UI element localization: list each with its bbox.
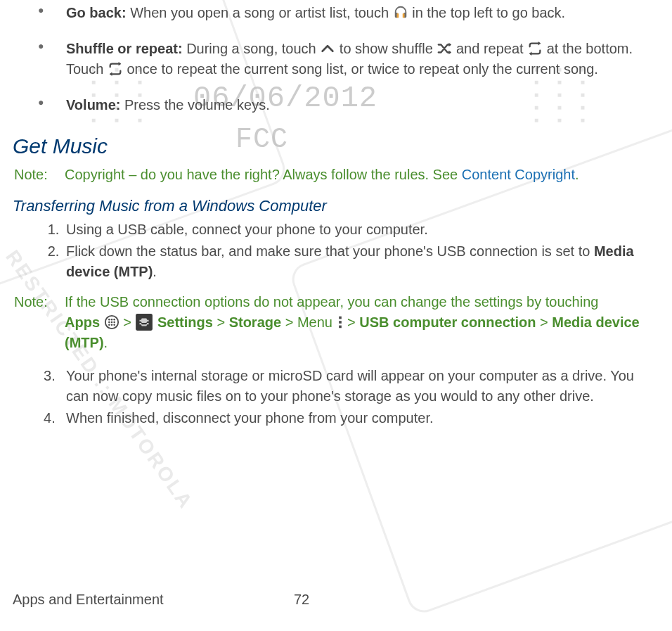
- path-usb: USB computer connection: [359, 314, 536, 330]
- step-2: Flick down the status bar, and make sure…: [63, 241, 659, 282]
- svg-rect-15: [339, 326, 342, 329]
- svg-point-3: [108, 319, 110, 321]
- tip-title: Go back:: [66, 5, 127, 20]
- svg-rect-14: [339, 321, 342, 324]
- path-storage: Storage: [229, 314, 281, 330]
- note-usb: Note: If the USB connection options do n…: [13, 292, 659, 353]
- text: .: [104, 335, 108, 350]
- svg-point-6: [108, 321, 110, 324]
- svg-point-7: [110, 321, 112, 324]
- text: Flick down the status bar, and make sure…: [66, 243, 594, 259]
- apps-circle-icon: [104, 314, 119, 330]
- footer-page-number: 72: [294, 589, 309, 610]
- svg-rect-1: [402, 13, 404, 18]
- footer-section: Apps and Entertainment: [13, 592, 164, 607]
- steps-list-b: Your phone's internal storage or microSD…: [13, 366, 659, 428]
- tip-go-back: Go back: When you open a song or artist …: [51, 3, 659, 23]
- text: Using a USB cable, connect your phone to…: [66, 222, 428, 237]
- text: Your phone's internal storage or microSD…: [66, 368, 634, 404]
- text: During a song, touch: [183, 41, 321, 56]
- headphones-icon: [393, 5, 408, 20]
- menu-dots-icon: [337, 314, 344, 330]
- text: > Menu: [281, 314, 336, 330]
- text: Copyright – do you have the right? Alway…: [65, 167, 462, 182]
- text: When you open a song or artist list, tou…: [127, 5, 393, 20]
- note-label: Note:: [13, 165, 56, 185]
- page-content: Go back: When you open a song or artist …: [0, 0, 672, 428]
- tip-shuffle-repeat: Shuffle or repeat: During a song, touch …: [51, 39, 659, 79]
- note-label: Note:: [13, 292, 56, 353]
- heading-transferring: Transferring Music from a Windows Comput…: [13, 195, 659, 217]
- tip-title: Shuffle or repeat:: [66, 41, 183, 56]
- sep: >: [344, 314, 360, 330]
- settings-tile-icon: [135, 313, 153, 331]
- text: once to repeat the current song list, or…: [123, 61, 598, 77]
- chevron-up-icon: [320, 41, 335, 56]
- note-body: Copyright – do you have the right? Alway…: [56, 165, 659, 185]
- text: in the top left to go back.: [408, 5, 565, 20]
- shuffle-icon: [437, 41, 452, 56]
- svg-point-5: [113, 319, 115, 321]
- svg-rect-0: [396, 13, 399, 18]
- note-body: If the USB connection options do not app…: [56, 292, 659, 353]
- steps-list-a: Using a USB cable, connect your phone to…: [13, 219, 659, 282]
- link-content-copyright[interactable]: Content Copyright: [462, 167, 575, 182]
- svg-point-8: [113, 321, 115, 324]
- text: When finished, disconnect your phone fro…: [66, 410, 434, 426]
- text: If the USB connection options do not app…: [65, 294, 598, 310]
- step-4: When finished, disconnect your phone fro…: [63, 408, 659, 428]
- path-apps: Apps: [65, 314, 100, 330]
- note-copyright: Note: Copyright – do you have the right?…: [13, 165, 659, 185]
- step-1: Using a USB cable, connect your phone to…: [63, 219, 659, 240]
- svg-point-9: [108, 324, 110, 326]
- heading-get-music: Get Music: [13, 131, 659, 162]
- text: to show shuffle: [335, 41, 437, 56]
- svg-rect-13: [339, 317, 342, 319]
- repeat-icon: [108, 61, 123, 77]
- sep: >: [536, 314, 552, 330]
- svg-point-4: [110, 319, 112, 321]
- page-footer: Apps and Entertainment 72: [13, 589, 659, 610]
- tips-list: Go back: When you open a song or artist …: [13, 3, 659, 115]
- tip-volume: Volume: Press the volume keys.: [51, 95, 659, 115]
- text: Press the volume keys.: [120, 97, 269, 113]
- step-3: Your phone's internal storage or microSD…: [63, 366, 659, 407]
- text: and repeat: [452, 41, 527, 56]
- text: .: [153, 264, 157, 279]
- path-settings: Settings: [157, 314, 213, 330]
- svg-point-10: [110, 324, 112, 326]
- text: .: [575, 167, 579, 182]
- sep: >: [123, 314, 135, 330]
- svg-point-11: [113, 324, 115, 326]
- tip-title: Volume:: [66, 97, 120, 113]
- repeat-icon: [527, 41, 543, 56]
- sep: >: [213, 314, 229, 330]
